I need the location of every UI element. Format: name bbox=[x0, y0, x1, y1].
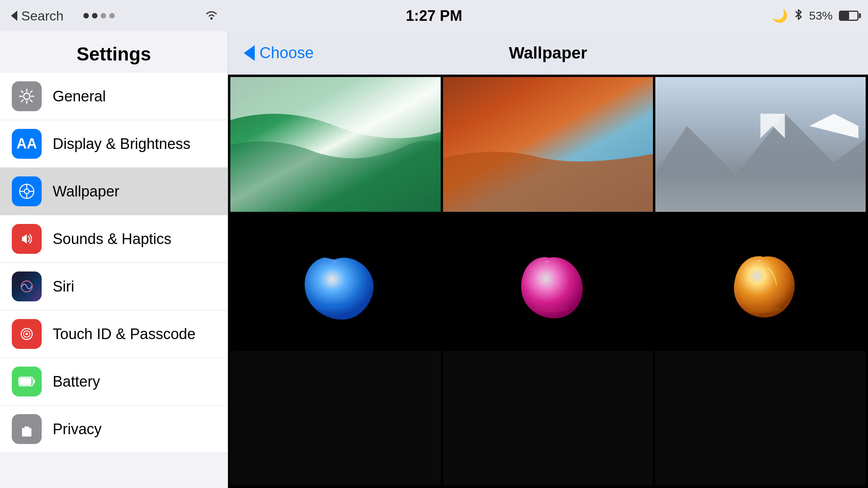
wallpaper-page-title: Wallpaper bbox=[509, 44, 587, 62]
wallpaper-panel: Choose Wallpaper bbox=[228, 31, 868, 488]
display-icon: AA bbox=[12, 129, 42, 159]
svg-point-19 bbox=[26, 333, 28, 335]
status-right: 🌙 53% bbox=[640, 0, 868, 31]
svg-rect-27 bbox=[22, 434, 31, 437]
wallpaper-mountain[interactable] bbox=[655, 77, 866, 212]
sidebar-item-battery[interactable]: Battery bbox=[0, 358, 228, 405]
chevron-left-icon bbox=[244, 45, 255, 61]
svg-line-10 bbox=[21, 100, 23, 102]
display-label: Display & Brightness bbox=[53, 136, 191, 152]
back-arrow-icon bbox=[9, 10, 18, 22]
wallpaper-ocean[interactable] bbox=[230, 77, 441, 212]
signal-icon bbox=[74, 13, 195, 18]
settings-title: Settings bbox=[0, 31, 228, 73]
svg-point-2 bbox=[24, 93, 30, 99]
svg-point-12 bbox=[24, 189, 29, 194]
wallpaper-blue-blob[interactable] bbox=[230, 214, 441, 349]
status-bar: Search 1:27 PM 🌙 53% bbox=[0, 0, 868, 31]
wallpaper-gold-blob[interactable] bbox=[655, 214, 866, 349]
wallpaper-pink-blob[interactable] bbox=[443, 214, 653, 349]
battery-percentage: 53% bbox=[809, 9, 833, 22]
sidebar-item-general[interactable]: General bbox=[0, 73, 228, 120]
sidebar-item-wallpaper[interactable]: Wallpaper bbox=[0, 168, 228, 215]
wallpaper-desert[interactable] bbox=[443, 77, 653, 212]
privacy-label: Privacy bbox=[53, 421, 102, 438]
time-display: 1:27 PM bbox=[406, 7, 462, 24]
choose-back-label: Choose bbox=[259, 44, 314, 62]
touchid-icon bbox=[12, 319, 42, 349]
sounds-label: Sounds & Haptics bbox=[53, 231, 171, 248]
svg-rect-22 bbox=[33, 380, 35, 383]
wallpaper-dark2[interactable] bbox=[443, 351, 653, 486]
bluetooth-icon bbox=[794, 8, 803, 24]
wallpaper-grid bbox=[228, 75, 868, 488]
siri-label: Siri bbox=[53, 278, 74, 295]
search-label: Search bbox=[21, 8, 64, 24]
sidebar-item-display[interactable]: AA Display & Brightness bbox=[0, 120, 228, 168]
siri-icon bbox=[12, 272, 42, 301]
privacy-icon bbox=[12, 414, 42, 444]
wallpaper-icon bbox=[12, 176, 42, 206]
wifi-icon bbox=[204, 9, 219, 23]
battery-settings-icon bbox=[12, 367, 42, 396]
svg-line-8 bbox=[31, 100, 32, 102]
settings-panel: Settings bbox=[0, 31, 228, 488]
svg-rect-17 bbox=[22, 237, 24, 241]
wallpaper-dark3[interactable] bbox=[655, 351, 866, 486]
settings-list: General AA Display & Brightness bbox=[0, 73, 228, 488]
svg-line-9 bbox=[31, 91, 32, 92]
status-left: Search bbox=[0, 0, 228, 31]
svg-rect-21 bbox=[20, 378, 31, 385]
general-label: General bbox=[53, 88, 106, 105]
sidebar-item-touchid[interactable]: Touch ID & Passcode bbox=[0, 310, 228, 358]
wallpaper-header: Choose Wallpaper bbox=[228, 31, 868, 75]
status-center: 1:27 PM bbox=[228, 0, 640, 31]
moon-icon: 🌙 bbox=[772, 8, 788, 23]
svg-point-1 bbox=[210, 17, 213, 20]
sidebar-item-siri[interactable]: Siri bbox=[0, 263, 228, 310]
battery-icon bbox=[839, 11, 859, 21]
back-button[interactable]: Choose bbox=[244, 44, 314, 62]
main-layout: Settings bbox=[0, 31, 868, 488]
svg-marker-0 bbox=[11, 11, 17, 21]
touchid-label: Touch ID & Passcode bbox=[53, 326, 195, 343]
sidebar-item-sounds[interactable]: Sounds & Haptics bbox=[0, 215, 228, 263]
sounds-icon bbox=[12, 224, 42, 254]
wallpaper-label: Wallpaper bbox=[53, 183, 120, 200]
general-icon bbox=[12, 81, 42, 111]
svg-line-7 bbox=[21, 91, 23, 92]
sidebar-item-privacy[interactable]: Privacy bbox=[0, 405, 228, 453]
wallpaper-dark1[interactable] bbox=[230, 351, 441, 486]
battery-label: Battery bbox=[53, 373, 100, 390]
